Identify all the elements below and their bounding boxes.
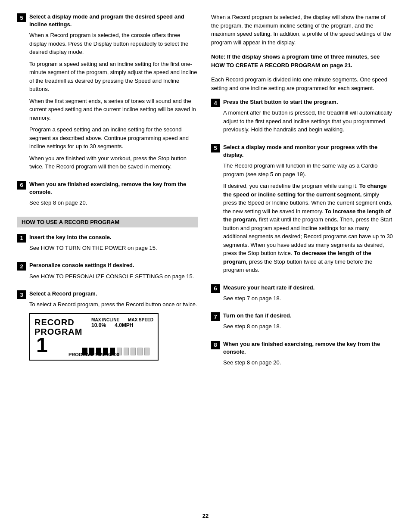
- display-stat-labels: MAX INCLINE MAX SPEED: [91, 317, 153, 322]
- right-intro-p1: When a Record program is selected, the d…: [211, 13, 394, 47]
- right-step8-content: When you are finished exercising, remove…: [223, 340, 394, 370]
- left-step5-p3: When the first segment ends, a series of…: [29, 97, 198, 122]
- display-box-top: RECORD PROGRAM MAX INCLINE MAX SPEED 10.…: [34, 317, 153, 336]
- right-column: When a Record program is selected, the d…: [211, 13, 394, 504]
- note-text: Note: If the display shows a program tim…: [211, 53, 394, 69]
- left-step1-number: 1: [17, 234, 26, 243]
- right-step6-title: Measure your heart rate if desired.: [223, 284, 394, 292]
- max-speed-label: MAX SPEED: [128, 317, 153, 322]
- two-column-layout: 5 Select a display mode and program the …: [17, 13, 394, 504]
- left-column: 5 Select a display mode and program the …: [17, 13, 198, 504]
- left-step6-body: See step 8 on page 20.: [29, 199, 198, 207]
- left-step5-p4: Program a speed setting and an incline s…: [29, 125, 198, 151]
- left-step2-body: See HOW TO PERSONALIZE CONSOLE SETTINGS …: [29, 272, 198, 281]
- left-step5-content: Select a display mode and program the de…: [29, 13, 198, 174]
- left-step5-block: 5 Select a display mode and program the …: [17, 13, 198, 174]
- right-step7-number: 7: [211, 312, 220, 321]
- right-para2: Each Record program is divided into one-…: [211, 75, 394, 92]
- page-number: 22: [17, 513, 394, 519]
- right-step7-content: Turn on the fan if desired. See step 8 o…: [223, 312, 394, 334]
- right-step4-content: Press the Start button to start the prog…: [223, 98, 394, 137]
- display-stats: MAX INCLINE MAX SPEED 10.0% 4.0MPH: [91, 317, 153, 328]
- right-step6-body: See step 7 on page 18.: [223, 294, 394, 303]
- right-step6-block: 6 Measure your heart rate if desired. Se…: [211, 284, 394, 306]
- right-step7-title: Turn on the fan if desired.: [223, 312, 394, 320]
- left-step3-body: To select a Record program, press the Re…: [29, 300, 198, 309]
- left-step6-block: 6 When you are finished exercising, remo…: [17, 180, 198, 211]
- right-step4-title: Press the Start button to start the prog…: [223, 98, 394, 106]
- left-step2-content: Personalize console settings if desired.…: [29, 261, 198, 284]
- left-step5-p1: When a Record program is selected, the c…: [29, 31, 198, 56]
- right-step8-title: When you are finished exercising, remove…: [223, 340, 394, 356]
- left-step1-content: Insert the key into the console. See HOW…: [29, 233, 198, 256]
- right-step5-p2-intro: If desired, you can redefine the program…: [223, 183, 358, 189]
- right-step5-block: 5 Select a display mode and monitor your…: [211, 143, 394, 278]
- program-time-value: 30:00: [107, 352, 119, 357]
- right-step8-number: 8: [211, 341, 220, 349]
- display-bottom: PROGRAM TIME 30:00: [30, 352, 158, 357]
- left-step3-number: 3: [17, 290, 26, 299]
- max-speed-value: 4.0MPH: [115, 322, 133, 328]
- display-stat-values: 10.0% 4.0MPH: [91, 322, 153, 328]
- section-header: HOW TO USE A RECORD PROGRAM: [17, 217, 198, 227]
- right-step4-number: 4: [211, 99, 220, 107]
- right-step7-block: 7 Turn on the fan if desired. See step 8…: [211, 312, 394, 334]
- right-step8-block: 8 When you are finished exercising, remo…: [211, 340, 394, 370]
- display-record-label: RECORD: [34, 317, 82, 327]
- right-step5-title: Select a display mode and monitor your p…: [223, 143, 394, 159]
- right-step6-content: Measure your heart rate if desired. See …: [223, 284, 394, 306]
- note-bold-text: Note: If the display shows a program tim…: [211, 53, 380, 68]
- max-incline-value: 10.0%: [91, 322, 106, 328]
- right-step4-block: 4 Press the Start button to start the pr…: [211, 98, 394, 137]
- right-step5-content: Select a display mode and monitor your p…: [223, 143, 394, 278]
- left-step1-body: See HOW TO TURN ON THE POWER on page 15.: [29, 244, 198, 252]
- left-step2-block: 2 Personalize console settings if desire…: [17, 261, 198, 284]
- right-step4-body: A moment after the button is pressed, th…: [223, 109, 394, 134]
- right-step5-p2: If desired, you can redefine the program…: [223, 182, 394, 274]
- program-time-label: PROGRAM TIME: [68, 352, 106, 357]
- right-step5-number: 5: [211, 144, 220, 152]
- left-step3-title: Select a Record program.: [29, 290, 198, 298]
- left-step3-content: Select a Record program. To select a Rec…: [29, 290, 198, 365]
- left-step6-title: When you are finished exercising, remove…: [29, 180, 198, 196]
- left-step1-title: Insert the key into the console.: [29, 233, 198, 241]
- left-step5-title: Select a display mode and program the de…: [29, 13, 198, 28]
- display-box: RECORD PROGRAM MAX INCLINE MAX SPEED 10.…: [29, 313, 159, 361]
- note-block: Note: If the display shows a program tim…: [211, 53, 394, 69]
- left-step6-content: When you are finished exercising, remove…: [29, 180, 198, 211]
- left-step5-p5: When you are finished with your workout,…: [29, 154, 198, 171]
- left-step6-number: 6: [17, 181, 26, 190]
- right-intro: When a Record program is selected, the d…: [211, 13, 394, 47]
- right-step5-body: The Record program will function in the …: [223, 162, 394, 274]
- left-step3-block: 3 Select a Record program. To select a R…: [17, 290, 198, 365]
- left-step2-title: Personalize console settings if desired.: [29, 261, 198, 269]
- left-step2-number: 2: [17, 262, 26, 271]
- left-step1-block: 1 Insert the key into the console. See H…: [17, 233, 198, 256]
- left-step5-body: When a Record program is selected, the c…: [29, 31, 198, 171]
- max-incline-label: MAX INCLINE: [91, 317, 119, 322]
- left-step5-number: 5: [17, 13, 26, 22]
- right-step5-p1: The Record program will function in the …: [223, 162, 394, 178]
- right-step8-body: See step 8 on page 20.: [223, 358, 394, 367]
- right-step7-body: See step 8 on page 18.: [223, 322, 394, 331]
- right-step6-number: 6: [211, 284, 220, 293]
- page: 5 Select a display mode and program the …: [0, 0, 411, 532]
- left-step5-p2: To program a speed setting and an inclin…: [29, 60, 198, 93]
